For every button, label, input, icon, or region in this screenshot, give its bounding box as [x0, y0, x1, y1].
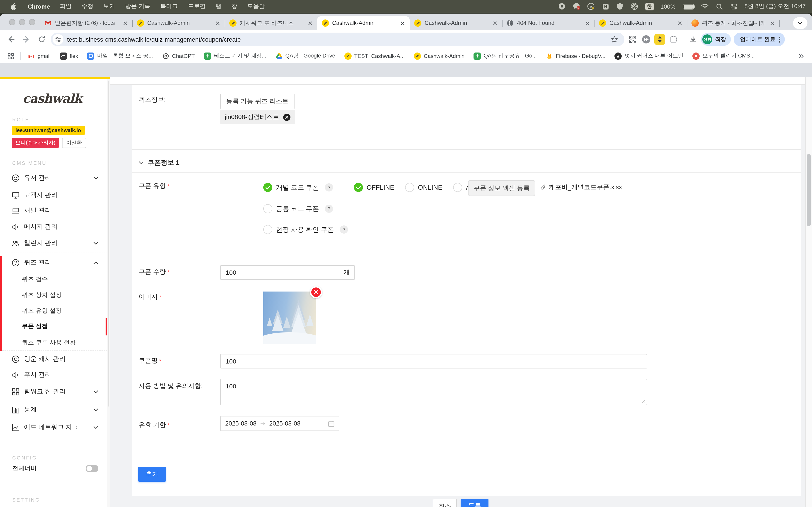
- validity-range-picker[interactable]: 2025-08-08 2025-08-08: [220, 416, 339, 431]
- media-control-icon[interactable]: [641, 34, 652, 45]
- bookmark-firebase[interactable]: Firebase - DebugV...: [542, 51, 609, 61]
- close-tab-icon[interactable]: [583, 19, 591, 27]
- chat-app-icon[interactable]: N: [572, 2, 580, 10]
- close-tab-icon[interactable]: [491, 19, 498, 27]
- page-scrollbar[interactable]: [805, 77, 812, 507]
- close-tab-icon[interactable]: [214, 19, 221, 27]
- menubar-clock[interactable]: 8월 8일 (금) 오전 10:47: [745, 2, 806, 10]
- bookmark-challenge-cms[interactable]: 모두의 챌린지 CMS...: [689, 51, 758, 61]
- extension-updown-icon[interactable]: [654, 34, 665, 45]
- radio-online[interactable]: [405, 183, 414, 192]
- sidebar-item-statistics[interactable]: 통계: [0, 401, 107, 418]
- airdrop-icon[interactable]: [630, 2, 638, 10]
- remove-quiz-icon[interactable]: [283, 113, 291, 121]
- forward-button[interactable]: [20, 33, 33, 46]
- tab-cashwalk-admin-active[interactable]: Cashwalk-Admin: [317, 16, 410, 30]
- tab-cashwalk-biz[interactable]: 캐시워크 포 비즈니스: [225, 16, 317, 30]
- radio-label[interactable]: ONLINE: [418, 184, 443, 191]
- radio-label[interactable]: 개별 코드 쿠폰: [276, 183, 319, 192]
- close-tab-icon[interactable]: [121, 19, 129, 27]
- sidebar-item-teamwork-web[interactable]: 팀워크 웹 관리: [0, 383, 107, 400]
- bookmark-qa-drive[interactable]: QA팀 - Google Drive: [272, 51, 339, 61]
- apps-grid-icon[interactable]: [5, 51, 16, 61]
- tab-cashwalk-admin-2[interactable]: Cashwalk-Admin: [410, 16, 502, 30]
- sidebar-item-quiz-type-settings[interactable]: 퀴즈 유형 설정: [0, 303, 129, 319]
- menubar-item-file[interactable]: 파일: [60, 2, 71, 10]
- sidebar-item-quiz-review[interactable]: 퀴즈 검수: [0, 271, 129, 287]
- bookmark-gmail[interactable]: gmail: [24, 51, 54, 61]
- collapse-caret-icon[interactable]: [139, 161, 144, 164]
- site-settings-icon[interactable]: [53, 34, 63, 45]
- resize-handle-icon[interactable]: [642, 400, 645, 403]
- help-icon[interactable]: ?: [325, 205, 333, 213]
- scrollbar-thumb[interactable]: [807, 154, 811, 226]
- bookmark-star-icon[interactable]: [609, 34, 620, 45]
- screen-record-icon[interactable]: [558, 2, 566, 10]
- control-center-icon[interactable]: [730, 2, 738, 10]
- menubar-item-bookmarks[interactable]: 북마크: [160, 2, 178, 10]
- extensions-puzzle-icon[interactable]: [668, 34, 679, 45]
- wifi-icon[interactable]: [701, 2, 709, 10]
- radio-offline[interactable]: [354, 183, 363, 192]
- sidebar-item-client-management[interactable]: 고객사 관리: [0, 187, 107, 203]
- ime-indicator[interactable]: 한: [645, 2, 654, 10]
- zoom-window-button[interactable]: [29, 19, 35, 25]
- sidebar-item-quiz-coupon-usage[interactable]: 퀴즈 쿠폰 사용 현황: [0, 335, 129, 351]
- quiz-list-button[interactable]: 등록 가능 퀴즈 리스트: [220, 94, 295, 109]
- submit-button[interactable]: 등록: [461, 499, 489, 507]
- downloads-icon[interactable]: [688, 34, 698, 45]
- calendar-icon[interactable]: [328, 420, 335, 427]
- radio-label[interactable]: 현장 사용 확인 쿠폰: [276, 225, 334, 234]
- radio-label[interactable]: 공통 코드 쿠폰: [276, 205, 319, 213]
- coupon-excel-upload-button[interactable]: 쿠폰 정보 엑셀 등록: [468, 180, 535, 196]
- sidebar-item-quiz-box-settings[interactable]: 퀴즈 상자 설정: [0, 287, 129, 303]
- valid-from-value[interactable]: 2025-08-08: [225, 420, 256, 427]
- menubar-item-help[interactable]: 도움말: [247, 2, 265, 10]
- sidebar-item-lucky-cash[interactable]: 행운 캐시 관리: [0, 351, 107, 367]
- chrome-menu-icon[interactable]: [779, 37, 780, 42]
- tab-cashwalk-admin-3[interactable]: Cashwalk-Admin: [595, 16, 687, 30]
- menubar-item-profile[interactable]: 프로필: [188, 2, 206, 10]
- radio-label[interactable]: OFFLINE: [367, 184, 394, 191]
- sidebar-item-message-management[interactable]: 메시지 관리: [0, 219, 107, 235]
- sidebar-item-ad-network[interactable]: 애드 네트워크 지표: [0, 419, 107, 436]
- sidebar-item-challenge-management[interactable]: 챌린지 관리: [0, 235, 107, 251]
- menubar-item-tab[interactable]: 탭: [216, 2, 221, 10]
- help-icon[interactable]: ?: [325, 183, 333, 191]
- bookmark-test-devices[interactable]: 테스트 기기 및 계정...: [200, 51, 270, 61]
- radio-onsite-confirm[interactable]: [263, 225, 272, 234]
- spotlight-search-icon[interactable]: [715, 2, 723, 10]
- menubar-item-window[interactable]: 창: [232, 2, 238, 10]
- bookmark-chatgpt[interactable]: ChatGPT: [158, 51, 198, 61]
- bookmark-flex[interactable]: flex: [56, 51, 82, 61]
- valid-to-value[interactable]: 2025-08-08: [269, 420, 300, 427]
- apple-icon[interactable]: [10, 2, 18, 10]
- tab-cashwalk-admin-1[interactable]: Cashwalk-Admin: [132, 16, 225, 30]
- close-tab-icon[interactable]: [676, 19, 683, 27]
- usage-textarea[interactable]: 100: [220, 379, 647, 405]
- remove-image-button[interactable]: [310, 286, 322, 298]
- menubar-item-history[interactable]: 방문 기록: [125, 2, 150, 10]
- tab-search-button[interactable]: [793, 17, 807, 29]
- new-tab-button[interactable]: [748, 17, 759, 29]
- bookmark-test-cashwalk[interactable]: TEST_Cashwalk-A...: [341, 51, 408, 61]
- notion-app-icon[interactable]: N: [602, 2, 609, 10]
- bookmark-cashwalk-admin[interactable]: Cashwalk-Admin: [410, 51, 468, 61]
- bookmark-nudge-admin[interactable]: 넛지 커머스 내부 어드민: [611, 51, 687, 61]
- help-icon[interactable]: ?: [340, 225, 348, 234]
- sidebar-scrollbar[interactable]: [107, 77, 110, 507]
- close-tab-icon[interactable]: [768, 19, 776, 27]
- excel-file-name[interactable]: 캐포비_개별코드쿠폰.xlsx: [549, 183, 622, 191]
- bookmark-mail-office[interactable]: 마일 - 통합 오피스 공...: [84, 51, 157, 61]
- close-tab-icon[interactable]: [399, 19, 406, 27]
- back-button[interactable]: [5, 33, 17, 46]
- quantity-input[interactable]: [220, 265, 355, 280]
- address-bar[interactable]: test-business-cms.cashwalk.io/quiz-manag…: [51, 33, 624, 46]
- close-window-button[interactable]: [9, 19, 15, 25]
- sidebar-item-user-management[interactable]: 유저 관리: [0, 170, 107, 186]
- minimize-window-button[interactable]: [19, 19, 26, 25]
- coupon-image-preview[interactable]: [263, 291, 316, 344]
- reload-button[interactable]: [35, 33, 48, 46]
- url-text[interactable]: test-business-cms.cashwalk.io/quiz-manag…: [67, 36, 605, 43]
- add-coupon-button[interactable]: 추가: [138, 467, 166, 482]
